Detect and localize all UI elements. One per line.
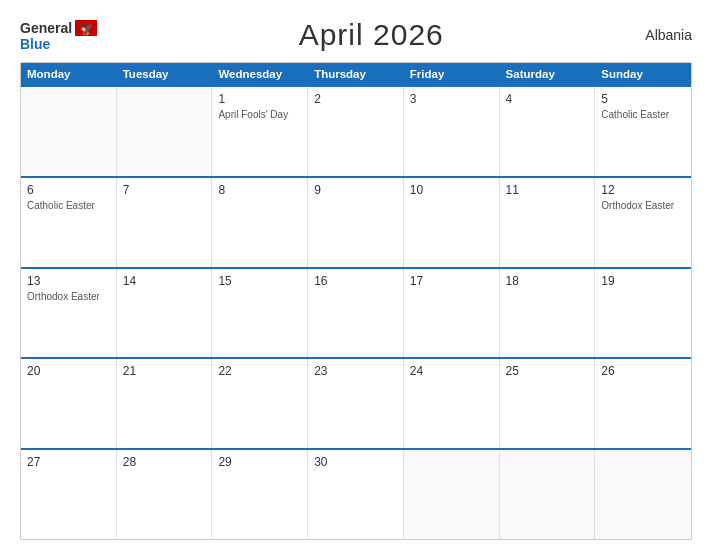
calendar: MondayTuesdayWednesdayThursdayFridaySatu… (20, 62, 692, 540)
calendar-body: 1April Fools' Day2345Catholic Easter6Cat… (21, 85, 691, 539)
calendar-cell (117, 87, 213, 176)
header-day-friday: Friday (404, 63, 500, 85)
calendar-cell: 9 (308, 178, 404, 267)
logo: General 🦅 Blue (20, 20, 97, 51)
header: General 🦅 Blue April 2026 Albania (20, 18, 692, 52)
calendar-cell (21, 87, 117, 176)
day-number: 20 (27, 364, 110, 378)
calendar-cell: 30 (308, 450, 404, 539)
calendar-cell: 19 (595, 269, 691, 358)
header-day-monday: Monday (21, 63, 117, 85)
day-event: April Fools' Day (218, 108, 301, 121)
day-number: 23 (314, 364, 397, 378)
svg-text:🦅: 🦅 (79, 21, 94, 36)
calendar-cell: 18 (500, 269, 596, 358)
day-number: 11 (506, 183, 589, 197)
day-number: 21 (123, 364, 206, 378)
day-number: 9 (314, 183, 397, 197)
calendar-week-4: 20212223242526 (21, 357, 691, 448)
day-number: 3 (410, 92, 493, 106)
logo-flag-icon: 🦅 (75, 20, 97, 36)
day-number: 17 (410, 274, 493, 288)
day-number: 15 (218, 274, 301, 288)
day-number: 16 (314, 274, 397, 288)
calendar-cell: 28 (117, 450, 213, 539)
header-day-wednesday: Wednesday (212, 63, 308, 85)
day-number: 30 (314, 455, 397, 469)
calendar-cell: 3 (404, 87, 500, 176)
calendar-week-5: 27282930 (21, 448, 691, 539)
calendar-cell (500, 450, 596, 539)
calendar-cell: 29 (212, 450, 308, 539)
day-event: Catholic Easter (601, 108, 685, 121)
day-number: 7 (123, 183, 206, 197)
logo-blue-text: Blue (20, 37, 50, 51)
calendar-cell: 5Catholic Easter (595, 87, 691, 176)
calendar-cell: 4 (500, 87, 596, 176)
day-number: 26 (601, 364, 685, 378)
calendar-cell: 1April Fools' Day (212, 87, 308, 176)
calendar-cell: 24 (404, 359, 500, 448)
day-number: 2 (314, 92, 397, 106)
day-number: 13 (27, 274, 110, 288)
calendar-cell: 17 (404, 269, 500, 358)
calendar-cell: 25 (500, 359, 596, 448)
calendar-cell: 21 (117, 359, 213, 448)
day-number: 6 (27, 183, 110, 197)
day-number: 29 (218, 455, 301, 469)
header-day-thursday: Thursday (308, 63, 404, 85)
day-number: 10 (410, 183, 493, 197)
calendar-cell: 7 (117, 178, 213, 267)
header-day-saturday: Saturday (500, 63, 596, 85)
calendar-cell: 23 (308, 359, 404, 448)
header-day-tuesday: Tuesday (117, 63, 213, 85)
day-number: 1 (218, 92, 301, 106)
day-number: 28 (123, 455, 206, 469)
calendar-cell: 22 (212, 359, 308, 448)
calendar-cell: 6Catholic Easter (21, 178, 117, 267)
day-event: Orthodox Easter (27, 290, 110, 303)
day-event: Catholic Easter (27, 199, 110, 212)
calendar-cell: 27 (21, 450, 117, 539)
calendar-cell: 20 (21, 359, 117, 448)
day-number: 24 (410, 364, 493, 378)
calendar-cell: 14 (117, 269, 213, 358)
logo-general-text: General (20, 21, 72, 35)
calendar-header: MondayTuesdayWednesdayThursdayFridaySatu… (21, 63, 691, 85)
calendar-cell: 8 (212, 178, 308, 267)
day-number: 25 (506, 364, 589, 378)
day-number: 5 (601, 92, 685, 106)
header-day-sunday: Sunday (595, 63, 691, 85)
calendar-cell (404, 450, 500, 539)
day-number: 8 (218, 183, 301, 197)
page: General 🦅 Blue April 2026 Albania Monday… (0, 0, 712, 550)
country-label: Albania (645, 27, 692, 43)
calendar-cell: 10 (404, 178, 500, 267)
day-number: 22 (218, 364, 301, 378)
calendar-week-1: 1April Fools' Day2345Catholic Easter (21, 85, 691, 176)
day-number: 14 (123, 274, 206, 288)
day-number: 12 (601, 183, 685, 197)
calendar-cell: 15 (212, 269, 308, 358)
day-number: 27 (27, 455, 110, 469)
day-number: 19 (601, 274, 685, 288)
calendar-cell: 26 (595, 359, 691, 448)
calendar-cell: 2 (308, 87, 404, 176)
calendar-cell: 16 (308, 269, 404, 358)
calendar-cell: 13Orthodox Easter (21, 269, 117, 358)
calendar-title: April 2026 (299, 18, 444, 52)
calendar-week-2: 6Catholic Easter789101112Orthodox Easter (21, 176, 691, 267)
calendar-week-3: 13Orthodox Easter141516171819 (21, 267, 691, 358)
calendar-cell: 11 (500, 178, 596, 267)
calendar-cell: 12Orthodox Easter (595, 178, 691, 267)
day-number: 18 (506, 274, 589, 288)
day-event: Orthodox Easter (601, 199, 685, 212)
day-number: 4 (506, 92, 589, 106)
calendar-cell (595, 450, 691, 539)
